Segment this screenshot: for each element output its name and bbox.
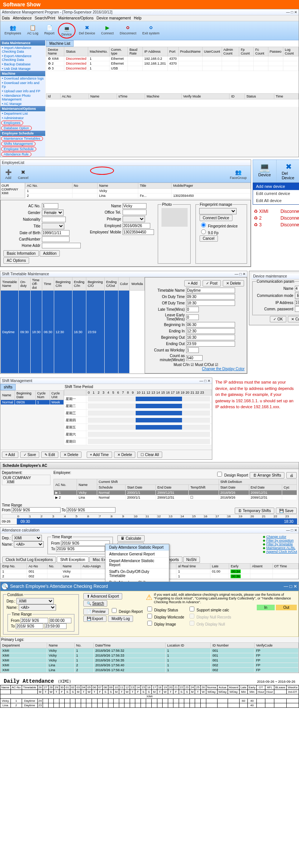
menu-attendance[interactable]: Attendance [13, 16, 32, 20]
toolbar-connect[interactable]: ▶Connect [99, 23, 117, 38]
side-item[interactable]: • Administrator [0, 116, 45, 120]
side-item[interactable]: • Import Attendance Checking Data [0, 46, 45, 54]
side-item[interactable]: • Export Attendance Checking Data [0, 54, 45, 62]
side-item[interactable]: Employees [1, 121, 23, 125]
toolbar-device[interactable]: 💻Device [58, 23, 76, 38]
side-link[interactable]: ◆ Append Clock In/Out [263, 550, 297, 554]
privilege-select[interactable] [123, 216, 145, 222]
sched-from-input[interactable] [12, 507, 61, 513]
emp-cancel-button[interactable]: ✖Cancel [15, 167, 31, 181]
toolbar-report[interactable]: 📄Report [42, 23, 57, 38]
device-context-menu[interactable]: Add new device Edit current device Edit … [253, 183, 299, 205]
menu-device management[interactable]: Device management [96, 16, 131, 20]
zoom-deldevice-button[interactable]: ✖Del Device [277, 160, 299, 182]
calc-tab[interactable]: NoShi [183, 557, 200, 563]
nationality-input[interactable] [42, 217, 66, 222]
side-item[interactable]: • Usb Disk Manage [0, 66, 45, 71]
table-row[interactable]: XIMIVicky12016/9/26 17:56:351001FP [1, 658, 299, 663]
side-item[interactable]: Employee Schedule [1, 147, 36, 151]
print-icon[interactable]: 🖨 [286, 472, 297, 478]
toolbar-deldevice[interactable]: ✖Del Device [76, 23, 98, 38]
calc-name-select[interactable]: <All> [14, 541, 44, 548]
menu-search/print[interactable]: Search/Print [35, 16, 55, 20]
tt-add-button[interactable]: + Add [184, 280, 201, 286]
adv-export-button[interactable]: ⬆ Advanced Export [83, 593, 122, 599]
table-row[interactable]: XIMIVicky12016/9/26 17:56:331001FP [1, 653, 299, 658]
report-menu-item[interactable]: Daily Attendance Statistic Report [105, 544, 169, 551]
table-row[interactable]: XIMILina22016/9/26 17:56:421002FP [1, 668, 299, 673]
modify-button[interactable]: Modify Log [108, 616, 133, 622]
side-item[interactable]: • Download user info and Fp [0, 81, 45, 89]
change-color-link[interactable]: Change the Display Color [202, 367, 244, 371]
search-button[interactable]: 🔍 Search [83, 600, 107, 607]
table-row[interactable]: ♻ 3Disconnected1USB [46, 66, 299, 71]
side-link[interactable]: ◆ Filter by timetable [263, 542, 297, 546]
table-row[interactable]: 2LinaFe...13023594450 [25, 193, 251, 198]
shift-delete-button[interactable]: ✕ Delete [60, 452, 82, 458]
search-dep-select[interactable]: XIMI [16, 598, 54, 604]
calc-dep-select[interactable]: XIMI [12, 535, 42, 541]
table-row[interactable]: ▶ 1VickyNormal2000/1/12999/12/312016/9/2… [54, 490, 297, 495]
calc-tab[interactable]: Shift Exception [57, 557, 89, 563]
side-item[interactable]: • Upload user info and FP [0, 89, 45, 93]
shift-add-button[interactable]: + Add [2, 452, 18, 458]
side-item[interactable]: • Attendance Photo Management [0, 93, 45, 102]
calculate-button[interactable]: 🖩 Calculate [117, 535, 144, 542]
cardno-input[interactable] [42, 236, 70, 242]
sched-save-button[interactable]: 💾 Save [276, 508, 297, 514]
emp-tabs[interactable]: Basic InformationAdditionAC Options [3, 250, 81, 264]
menu-data[interactable]: Data [2, 16, 10, 20]
tt-delete-button[interactable]: ✕ Delete [223, 280, 244, 286]
tt-post-button[interactable]: ✓ Post [203, 280, 221, 286]
side-item[interactable]: • Department List [0, 111, 45, 116]
emp-toolbar[interactable]: ➕Add ✖Cancel 👥FaceGroup [0, 166, 251, 183]
menu-edit-all[interactable]: Edit All device [253, 197, 299, 204]
table-row[interactable]: ♻ XIMIDisconnected1Ethernet192.168.0.243… [46, 56, 299, 61]
name-input[interactable] [123, 203, 147, 209]
devmaint-cancel-button[interactable]: ✕ Cancel [288, 316, 299, 322]
sched-to-input[interactable] [67, 507, 115, 513]
devmaint-ok-button[interactable]: ✓ OK [270, 316, 286, 322]
calc-tab[interactable]: Clock In/Out Log Exceptions [2, 557, 56, 563]
table-row[interactable]: 1Vicky [25, 189, 251, 193]
table-row[interactable]: XIMIVicky12016/9/26 17:56:321001FP [1, 648, 299, 653]
acno-input[interactable] [42, 203, 58, 209]
report-menu-item[interactable]: Staff's On-Duty/Off-Duty Timetable [105, 568, 169, 579]
cancel-button[interactable]: Cancel [200, 235, 218, 242]
toolbar-employees[interactable]: 👥Employees [2, 23, 24, 38]
side-item[interactable]: • Backup Database [0, 62, 45, 66]
menu-maintenance/options[interactable]: Maintenance/Options [58, 16, 94, 20]
side-item[interactable]: • AC Manage [0, 102, 45, 106]
zoom-device-button[interactable]: 💻Device [253, 160, 277, 182]
side-item[interactable]: Shifts Management [1, 142, 36, 146]
company-tree[interactable]: OUR COMPANY XIMI [0, 183, 25, 198]
table-row[interactable]: XIMILina22016/9/26 17:56:401002FP [1, 663, 299, 668]
menu-add-device[interactable]: Add new device [253, 183, 299, 190]
employed-input[interactable] [123, 223, 150, 229]
emp-add-button[interactable]: ➕Add [2, 167, 15, 181]
side-item[interactable]: • Download attendance logs [0, 76, 45, 81]
emp-facegroup-button[interactable]: 👥FaceGroup [227, 167, 249, 181]
dept-tree[interactable]: OUR COMPANY XIMI [2, 475, 50, 485]
preview-button[interactable]: 📄 Preview [83, 608, 109, 615]
side-link[interactable]: ◆ Change color [263, 535, 297, 539]
side-item[interactable]: Database Option [1, 126, 32, 130]
menu-help[interactable]: Help [134, 16, 142, 20]
export-button[interactable]: 💾 Export [83, 616, 107, 622]
connect-device-button[interactable]: Connect Device [200, 215, 233, 221]
side-link[interactable]: ◆ Filter by exception [263, 539, 297, 542]
home-input[interactable] [42, 243, 81, 248]
shift-addtime-button[interactable]: + Add Time [87, 452, 112, 458]
gender-select[interactable]: Female [42, 210, 64, 216]
side-item[interactable]: Maintenance Timetables [1, 136, 43, 141]
title-select[interactable] [42, 223, 64, 229]
calc-side-links[interactable]: ◆ Change color◆ Filter by exception◆ Fil… [263, 535, 297, 555]
report-menu-item[interactable]: Depart Attendance Statistic Report [105, 558, 169, 568]
birthday-input[interactable] [42, 230, 70, 236]
side-link[interactable]: ◆ Maintanance AL/BL [263, 546, 297, 550]
shift-clear-button[interactable]: ☐ Clear All [137, 452, 162, 458]
arrange-shifts-button[interactable]: 🗓 Arrange Shifts [250, 472, 285, 478]
mobile-input[interactable] [123, 229, 154, 235]
table-row[interactable]: ▶ 2LinaNormal2000/1/12999/12/31☐2016/9/2… [54, 495, 297, 500]
shift-save-button[interactable]: ✓ Save [20, 452, 40, 458]
